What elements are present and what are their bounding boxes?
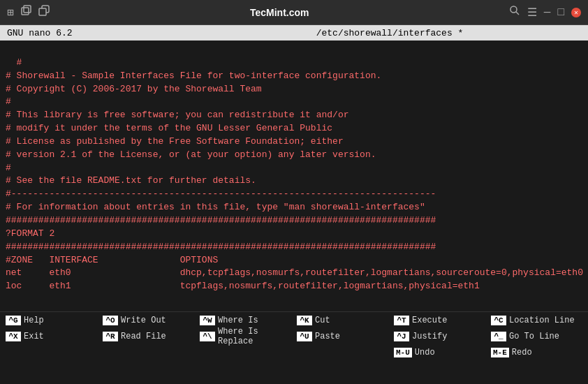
restore-icon[interactable]: □ <box>557 6 564 19</box>
editor-content: # # Shorewall - Sample Interfaces File f… <box>6 57 583 291</box>
close-icon[interactable]: ✕ <box>571 8 581 17</box>
shortcut-key-where-is: ^W <box>200 316 215 325</box>
shortcut-key-undo: M-U <box>394 348 412 357</box>
shortcut-label-execute: Execute <box>412 316 447 325</box>
shortcut-key-redo: M-E <box>491 348 509 357</box>
shortcut-redo: M-E Redo <box>488 347 585 358</box>
shortcut-label-undo: Undo <box>415 348 435 357</box>
nano-status-bar: GNU nano 6.2 /etc/shorewall/interfaces * <box>0 25 588 40</box>
shortcut-key-replace: ^\ <box>200 332 215 341</box>
shortcut-label-exit: Exit <box>24 332 44 341</box>
shortcut-exit: ^X Exit <box>3 326 100 347</box>
minimize-icon[interactable]: — <box>544 6 551 19</box>
nano-version: GNU nano 6.2 <box>7 28 198 38</box>
shortcut-replace: ^\ Where Is Replace <box>197 326 294 347</box>
shortcut-key-execute: ^T <box>394 316 409 325</box>
shortcut-key-cut: ^K <box>297 316 312 325</box>
menu-icon[interactable]: ☰ <box>527 6 537 20</box>
shortcut-paste: ^U Paste <box>294 326 391 347</box>
shortcut-execute: ^T Execute <box>391 315 488 326</box>
svg-line-4 <box>516 12 519 15</box>
shortcut-label-redo: Redo <box>512 348 532 357</box>
shortcut-key-paste: ^U <box>297 332 312 341</box>
titlebar: ⊞ TecMint.com ☰ — □ ✕ <box>0 0 588 25</box>
shortcut-label-location: Location Line <box>509 316 575 325</box>
shortcut-key-goto-line: ^_ <box>491 332 506 341</box>
search-icon[interactable] <box>509 5 520 20</box>
shortcut-read-file: ^R Read File <box>100 326 197 347</box>
shortcut-key-justify: ^J <box>394 332 409 341</box>
clone-icon[interactable] <box>38 4 50 20</box>
dup-tab-icon[interactable] <box>20 4 32 20</box>
shortcut-label-justify: Justify <box>412 332 447 341</box>
shortcut-location: ^C Location Line <box>488 315 585 326</box>
file-path: /etc/shorewall/interfaces * <box>198 28 581 38</box>
svg-point-3 <box>510 6 517 13</box>
editor-area[interactable]: # # Shorewall - Sample Interfaces File f… <box>0 40 588 311</box>
svg-rect-0 <box>22 8 29 15</box>
shortcut-label-goto-line: Go To Line <box>509 332 559 341</box>
shortcut-help: ^G Help <box>3 315 100 326</box>
shortcut-label-write-out: Write Out <box>121 316 166 325</box>
shortcut-undo: M-U Undo <box>391 347 488 358</box>
shortcut-key-exit: ^X <box>6 332 21 341</box>
shortcut-key-write-out: ^O <box>103 316 118 325</box>
shortcut-write-out: ^O Write Out <box>100 315 197 326</box>
shortcut-label-replace: Where Is Replace <box>218 327 291 346</box>
shortcut-justify: ^J Justify <box>391 326 488 347</box>
shortcuts-bar: ^G Help ^O Write Out ^W Where Is ^K Cut … <box>0 311 588 346</box>
svg-rect-2 <box>39 8 46 15</box>
shortcut-where-is: ^W Where Is <box>197 315 294 326</box>
shortcut-label-cut: Cut <box>315 316 330 325</box>
shortcut-label-read-file: Read File <box>121 332 166 341</box>
shortcut-cut: ^K Cut <box>294 315 391 326</box>
window-title: TecMint.com <box>250 7 309 18</box>
titlebar-right: ☰ — □ ✕ <box>509 5 581 20</box>
shortcut-key-read-file: ^R <box>103 332 118 341</box>
svg-rect-1 <box>24 6 31 13</box>
shortcut-label-paste: Paste <box>315 332 340 341</box>
shortcut-goto-line: ^_ Go To Line <box>488 326 585 347</box>
shortcut-key-location: ^C <box>491 316 506 325</box>
shortcut-label-help: Help <box>24 316 44 325</box>
shortcut-key-help: ^G <box>6 316 21 325</box>
titlebar-left: ⊞ <box>7 4 50 20</box>
shortcut-label-where-is: Where Is <box>218 316 258 325</box>
new-tab-icon[interactable]: ⊞ <box>7 6 14 20</box>
